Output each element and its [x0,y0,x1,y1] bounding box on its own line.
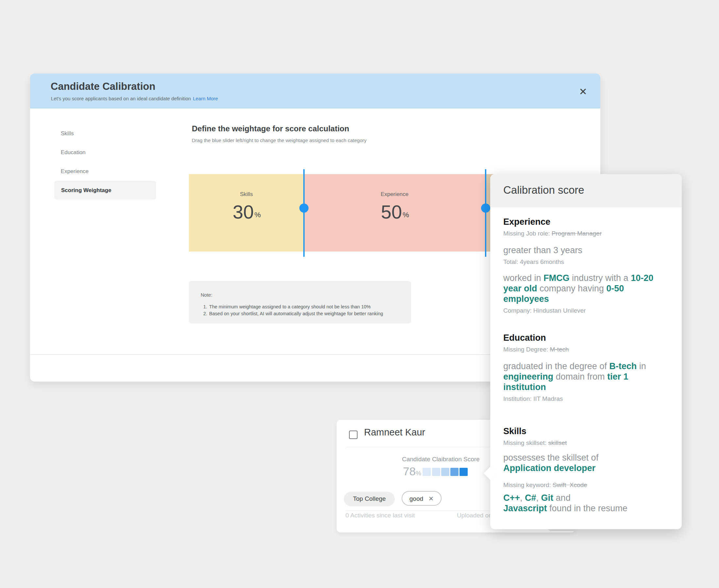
candidate-name: Ramneet Kaur [364,427,425,438]
note-item-1: 1.The minimum weightage assigned to a ca… [201,303,401,310]
skills-missing-keyword-line: Missing keyword: Swift Xcode [503,481,669,489]
edu-text-2: in [637,361,646,371]
segment-experience: Experience 50% [304,174,485,252]
uploaded-text: Uploaded on [457,512,492,519]
modal-title: Candidate Calibration [51,81,155,92]
experience-statement: greater than 3 years [503,245,669,255]
weightage-heading: Define the weightage for score calculati… [192,124,349,133]
edu-text-3: domain from [553,372,607,381]
slider-handle-2[interactable] [481,204,490,213]
candidate-score-number: 78 [403,465,416,478]
sidebar-item-education[interactable]: Education [30,143,167,162]
segment-skills-percent-sign: % [254,211,261,219]
weightage-subheading: Drag the blue slider left/right to chang… [192,138,367,143]
sidebar-item-scoring-weightage[interactable]: Scoring Weightage [55,181,156,199]
tag-top-college: Top College [344,491,395,506]
skills-sep-1: , [520,493,525,503]
missing-job-role-value: Program Manager [552,230,602,237]
segment-skills-number: 30 [233,201,254,223]
app-background: Candidate Calibration Let's you score ap… [0,0,719,588]
tag-top-college-label: Top College [353,495,386,502]
modal-header: Candidate Calibration Let's you score ap… [30,74,600,108]
experience-section-heading: Experience [503,216,669,227]
slider-divider-2[interactable] [485,169,486,257]
modal-subtitle: Let's you score applicants based on an i… [51,96,218,101]
score-square-4 [450,468,458,476]
experience-detail: worked in FMCG industry with a 10-20year… [503,273,669,304]
segment-experience-label: Experience [304,191,485,197]
popover-title: Calibration score [503,184,584,196]
learn-more-link[interactable]: Learn More [193,96,218,101]
candidate-score-label: Candidate Claibration Score [402,456,480,463]
segment-experience-percent-sign: % [403,211,409,219]
experience-missing-line: Missing Job role: Program Manager [503,230,669,237]
exp-highlight-size-1: 0-50 [606,284,624,293]
missing-degree-label: Missing Degree: [503,346,550,353]
note-title: Note: [201,292,401,298]
edu-highlight-institution: institution [503,382,546,392]
segment-skills: Skills 30% [189,174,304,252]
skills-missing-line: Missing skillset: skillset [503,439,669,446]
note-item-2-number: 2. [203,310,207,317]
skills-section-heading: Skills [503,426,669,436]
education-missing-line: Missing Degree: M-tech [503,345,669,353]
missing-skillset-label: Missing skillset: [503,439,548,446]
candidate-tags: Top College good✕ [344,491,441,506]
edu-highlight-engineering: engineering [503,372,553,381]
exp-text-2: industry with a [570,273,631,283]
missing-keyword-label: Missing keyword: [503,482,553,488]
segment-experience-value: 50% [304,201,485,223]
missing-job-role-label: Missing Job role: [503,230,552,237]
skills-text-1: possesses the skillset of [503,453,598,463]
candidate-checkbox[interactable] [349,430,357,439]
modal-sidebar: Skills Education Experience Scoring Weig… [30,124,167,199]
segment-experience-number: 50 [381,201,402,223]
education-institution: Institution: IIT Madras [503,395,669,402]
slider-handle-1[interactable] [300,204,309,213]
note-item-1-number: 1. [203,303,207,310]
exp-text-1: worked in [503,273,543,283]
note-item-1-text: The minimum weightage assigned to a cate… [209,304,371,309]
exp-highlight-age-1: 10-20 [631,273,653,283]
skills-detail-2: C++, C#, Git andJavascript found in the … [503,492,669,513]
tag-good-label: good [410,495,423,502]
exp-text-3: company having [537,284,607,293]
missing-degree-value: M-tech [550,346,569,353]
experience-total: Total: 4years 6months [503,258,669,266]
segment-skills-label: Skills [189,191,304,197]
exp-highlight-fmcg: FMCG [543,273,569,283]
modal-subtitle-text: Let's you score applicants based on an i… [51,96,191,101]
note-item-2-text: Based on your shortlist, AI will automat… [209,311,383,316]
skills-sep-2: , [536,493,541,503]
popover-body: Experience Missing Job role: Program Man… [490,207,682,529]
note-item-2: 2.Based on your shortlist, AI will autom… [201,310,401,317]
skills-highlight-cpp: C++ [503,493,520,503]
candidate-score-percent-sign: % [416,470,421,477]
remove-tag-icon[interactable]: ✕ [429,491,434,506]
skills-detail-1: possesses the skillset ofApplication dev… [503,453,669,473]
score-square-1 [423,468,431,476]
close-icon[interactable]: ✕ [576,85,590,98]
skills-highlight-role: Application developer [503,463,595,473]
slider-divider-1[interactable] [303,169,305,257]
edu-text-1: graduated in the degree of [503,361,609,371]
skills-text-and: and [553,493,571,503]
skills-highlight-csharp: C# [525,493,536,503]
popover-header: Calibration score [490,174,682,207]
score-square-2 [432,468,440,476]
candidate-score-value: 78% [403,465,421,478]
missing-skillset-value: skillset [548,439,567,446]
edu-highlight-tier: tier 1 [607,372,629,381]
edu-highlight-btech: B-tech [609,361,637,371]
note-box: Note: 1.The minimum weightage assigned t… [189,281,411,323]
score-square-5 [459,468,468,476]
education-detail: graduated in the degree of B-tech inengi… [503,361,669,392]
segment-skills-value: 30% [189,201,304,223]
sidebar-item-experience[interactable]: Experience [30,162,167,181]
activities-text: 0 Activities since last visit [346,512,415,519]
skills-highlight-javascript: Javascript [503,503,547,513]
experience-company: Company: Hindustan Unilever [503,307,669,314]
sidebar-item-skills[interactable]: Skills [30,124,167,143]
calibration-score-popover: Calibration score Experience Missing Job… [490,174,682,529]
skills-text-found: found in the resume [547,503,628,513]
